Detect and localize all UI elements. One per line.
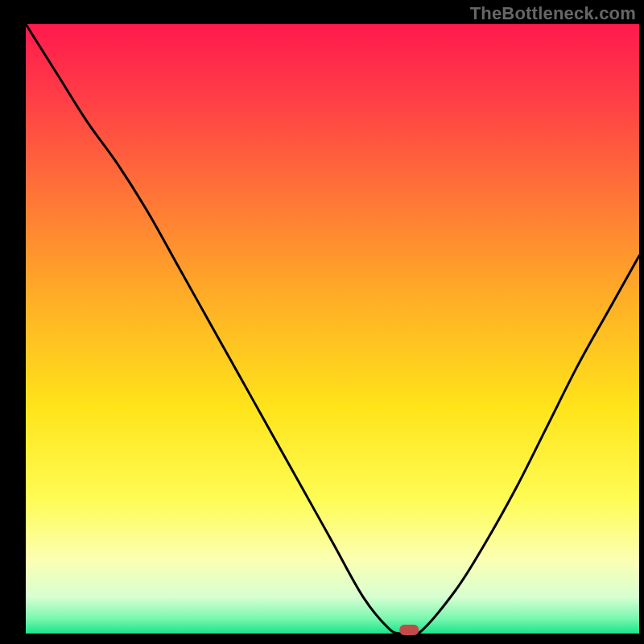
optimum-marker (399, 625, 419, 635)
attribution-label: TheBottleneck.com (470, 3, 636, 24)
chart-frame: TheBottleneck.com (0, 0, 644, 644)
bottleneck-chart (0, 0, 644, 644)
